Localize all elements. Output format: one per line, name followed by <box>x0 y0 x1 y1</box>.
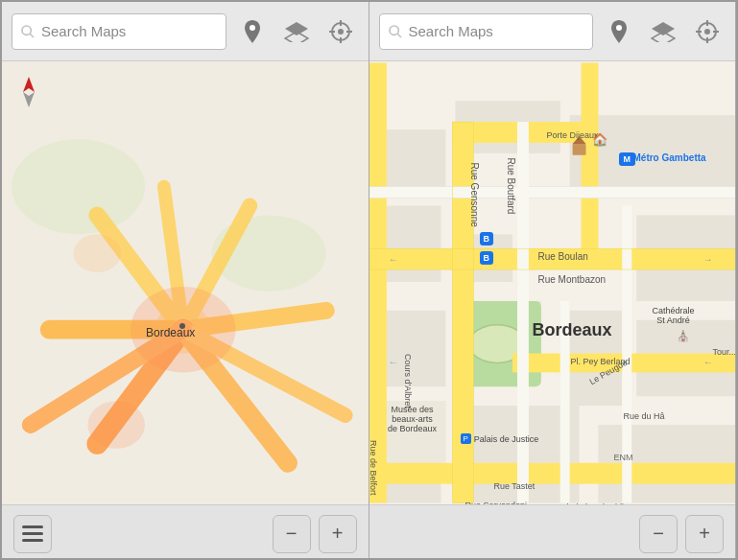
bus-badge-1: B <box>480 232 494 245</box>
svg-rect-64 <box>581 63 598 254</box>
layers-icon-right <box>651 21 676 42</box>
right-layers-btn[interactable] <box>645 13 681 50</box>
svg-point-0 <box>22 26 31 35</box>
rue-servandoni-label: Rue Servandoni <box>465 501 528 504</box>
rue-du-ha-label: Rue du Hâ <box>624 411 665 421</box>
svg-rect-32 <box>22 539 43 542</box>
left-zoom-group: − + <box>273 515 357 553</box>
search-icon <box>20 24 36 39</box>
menu-btn[interactable] <box>13 515 52 553</box>
musee-label: Musée desbeaux-artsde Bordeaux <box>373 405 452 433</box>
svg-text:→: → <box>702 254 712 265</box>
svg-rect-66 <box>369 463 736 484</box>
svg-rect-27 <box>2 63 369 503</box>
left-search-box[interactable]: Search Maps <box>12 13 226 50</box>
svg-marker-3 <box>285 22 308 35</box>
svg-rect-68 <box>369 187 736 198</box>
svg-rect-78 <box>572 144 585 155</box>
palais-justice-label: P Palais de Justice <box>461 433 539 444</box>
bus-badge-2: B <box>480 251 494 265</box>
svg-point-35 <box>616 25 622 31</box>
left-bottom-bar: − + <box>2 504 369 560</box>
svg-marker-36 <box>652 22 675 35</box>
bordeaux-label: Bordeaux <box>146 326 195 339</box>
left-gps-btn[interactable] <box>322 13 359 50</box>
left-panel: Search Maps <box>2 2 369 560</box>
menu-icon <box>22 525 43 543</box>
rue-boutfard-label: Rue Boutfard <box>505 158 515 215</box>
svg-line-1 <box>30 34 34 37</box>
svg-point-2 <box>250 25 255 31</box>
search-icon-right <box>388 24 403 39</box>
rue-belfort-label: Rue de Belfort <box>369 440 378 496</box>
rue-gensonne-label: Rue Gensonne <box>468 163 479 227</box>
left-zoom-out-btn[interactable]: − <box>273 515 311 553</box>
gps-icon-right <box>695 19 720 44</box>
gps-icon <box>328 19 353 44</box>
pl-pey-berland-label: Pl. Pey Berland <box>571 357 631 366</box>
cathedrale-label: CathédraleSt André <box>653 306 695 325</box>
svg-marker-29 <box>23 92 35 107</box>
svg-text:←: ← <box>702 357 712 367</box>
svg-line-34 <box>397 34 401 37</box>
left-layers-btn[interactable] <box>278 13 315 50</box>
left-map-roads <box>2 61 369 504</box>
rue-tastet-label: Rue Tastet <box>494 481 536 491</box>
right-map[interactable]: ← → ← ← Rue Gensonne Rue Boutfard Porte … <box>369 61 736 504</box>
svg-rect-69 <box>516 122 528 502</box>
enm-label: ENM <box>614 453 633 462</box>
layers-icon <box>284 21 309 42</box>
porte-dijeaux-label: Porte Dijeaux <box>547 130 599 140</box>
svg-text:←: ← <box>388 254 397 265</box>
svg-point-33 <box>390 26 398 35</box>
right-bottom-bar: − + <box>369 504 736 560</box>
right-zoom-in-btn[interactable]: + <box>685 515 724 553</box>
pl-republique-label: Pl. de la République <box>561 502 639 504</box>
rue-boulan-label: Rue Boulan <box>538 251 588 262</box>
left-pin-btn[interactable] <box>234 13 271 50</box>
right-toolbar: Search Maps <box>369 2 736 61</box>
cours-albret-label: Cours d'Albret <box>403 354 413 408</box>
location-pin-icon-right <box>608 18 630 45</box>
tour-label: Tour... <box>713 347 736 357</box>
metro-gambetta-label: Métro Gambetta <box>633 152 706 163</box>
svg-point-39 <box>704 29 710 35</box>
bordeaux-city-label: Bordeaux <box>533 320 612 340</box>
location-pin-icon <box>242 18 263 45</box>
compass-arrow <box>15 75 42 109</box>
right-zoom-out-btn[interactable]: − <box>639 515 678 553</box>
cathedral-icon: ⛪ <box>677 330 690 342</box>
left-map[interactable]: Bordeaux <box>2 61 369 504</box>
building-icon: 🏠 <box>592 132 607 147</box>
left-zoom-in-btn[interactable]: + <box>319 515 357 553</box>
svg-rect-67 <box>369 63 387 503</box>
right-panel: Search Maps <box>369 2 737 560</box>
left-search-placeholder: Search Maps <box>41 23 126 39</box>
right-gps-btn[interactable] <box>689 13 726 50</box>
svg-point-6 <box>338 29 344 35</box>
right-zoom-group: − + <box>639 515 724 553</box>
rue-montbazon-label: Rue Montbazon <box>538 274 607 285</box>
svg-text:←: ← <box>388 357 397 367</box>
svg-rect-31 <box>22 532 43 535</box>
left-toolbar: Search Maps <box>2 2 369 61</box>
right-search-box[interactable]: Search Maps <box>379 13 594 50</box>
right-pin-btn[interactable] <box>601 13 637 50</box>
svg-rect-30 <box>22 525 43 528</box>
svg-marker-28 <box>23 77 35 92</box>
right-search-placeholder: Search Maps <box>409 23 493 39</box>
